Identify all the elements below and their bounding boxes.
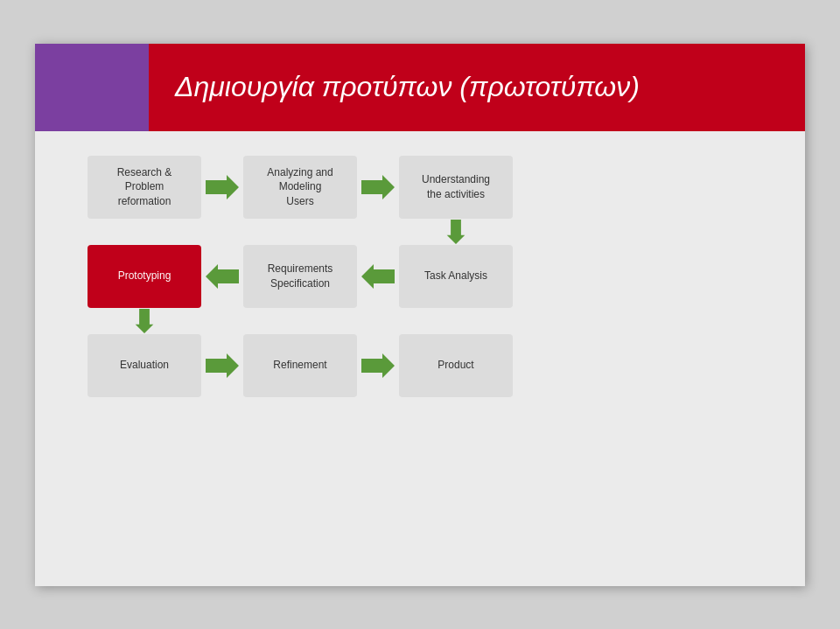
- svg-marker-0: [206, 175, 239, 199]
- arrow-req-task: [357, 264, 399, 289]
- research-box: Research &Problemreformation: [88, 156, 201, 219]
- svg-marker-1: [361, 175, 395, 199]
- down-arrow-understanding: [399, 219, 513, 245]
- content-area: Research &Problemreformation Analyzing a…: [35, 131, 805, 586]
- analyzing-box: Analyzing andModelingUsers: [243, 156, 357, 219]
- prototyping-box: Prototyping: [88, 245, 201, 308]
- header-red-bg: Δημιουργία προτύπων (πρωτοτύπων): [149, 44, 805, 131]
- svg-marker-5: [136, 309, 154, 333]
- arrow-proto-req: [201, 264, 243, 289]
- requirements-box: RequirementsSpecification: [243, 245, 357, 308]
- arrow-eval-refine: [201, 353, 243, 378]
- svg-marker-4: [361, 264, 395, 289]
- svg-marker-6: [206, 353, 239, 378]
- header-purple-accent: [35, 44, 149, 131]
- arrow-1-2: [201, 175, 243, 199]
- header-bar: Δημιουργία προτύπων (πρωτοτύπων): [35, 44, 805, 131]
- arrow-refine-product: [357, 353, 399, 378]
- refinement-box: Refinement: [243, 334, 357, 397]
- svg-marker-2: [447, 220, 466, 244]
- understanding-box: Understandingthe activities: [399, 156, 513, 219]
- svg-marker-3: [206, 264, 239, 289]
- arrow-2-3: [357, 175, 399, 199]
- slide-title: Δημιουργία προτύπων (πρωτοτύπων): [175, 71, 640, 103]
- task-analysis-box: Task Analysis: [399, 245, 513, 308]
- slide: Δημιουργία προτύπων (πρωτοτύπων) Researc…: [35, 44, 805, 586]
- product-box: Product: [399, 334, 513, 397]
- down-arrow-prototyping: [88, 308, 201, 334]
- evaluation-box: Evaluation: [88, 334, 201, 397]
- flow-diagram: Research &Problemreformation Analyzing a…: [88, 156, 513, 397]
- svg-marker-7: [361, 353, 395, 378]
